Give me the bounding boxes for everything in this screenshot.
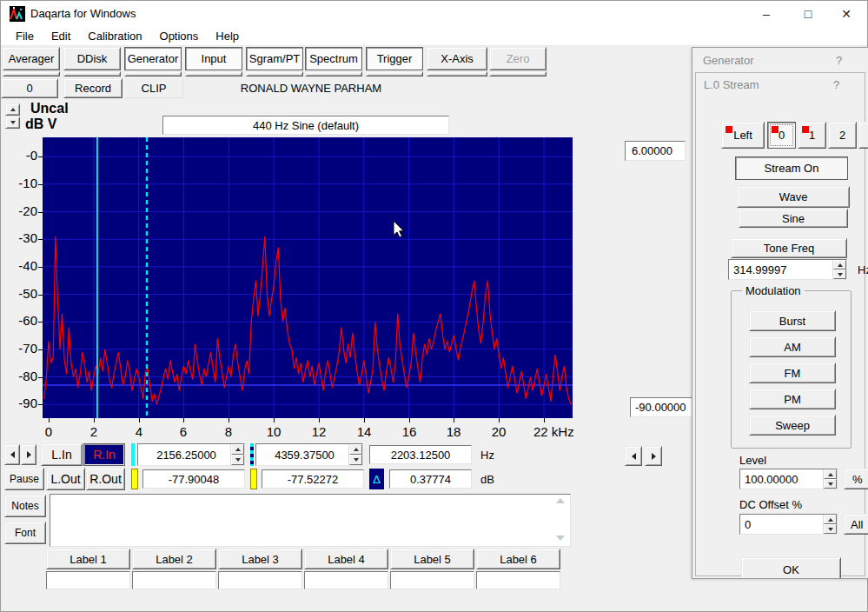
label-2-button[interactable]: Label 2 (132, 549, 216, 569)
toolbar-averager-button[interactable]: Averager (3, 47, 60, 70)
label-2-value[interactable] (132, 571, 216, 589)
spin-down-button[interactable] (833, 269, 846, 279)
toolbar-xaxis-button[interactable]: X-Axis (427, 47, 487, 70)
menu-edit[interactable]: Edit (43, 28, 79, 45)
maximize-button[interactable]: □ (788, 1, 828, 26)
level-value: 100.00000 (740, 469, 823, 489)
range-right-button[interactable] (645, 446, 662, 466)
menu-calibration[interactable]: Calibration (79, 28, 150, 45)
y-tick-label: -50 (3, 286, 37, 301)
range-left-button[interactable] (625, 446, 642, 466)
font-button[interactable]: Font (4, 522, 46, 544)
spectrum-canvas[interactable] (43, 137, 573, 418)
notes-textarea[interactable] (50, 494, 571, 547)
tone-freq-field[interactable]: 314.99997 (728, 259, 847, 280)
y-tick-mark (38, 184, 43, 185)
y-tick-mark (38, 349, 43, 350)
average-count[interactable]: 0 (1, 78, 58, 98)
up-arrow-icon (828, 518, 833, 522)
stream-subpanel: L.0 Stream ? Left 0 1 2 3 Stream On (695, 72, 865, 576)
toolbar-trigger-button[interactable]: Trigger (366, 47, 423, 70)
toolbar-spectrum-button[interactable]: Spectrum (305, 47, 362, 70)
label-1-value[interactable] (46, 571, 130, 589)
am-button[interactable]: AM (749, 336, 836, 357)
y-tick-mark (38, 322, 43, 323)
range-top-field[interactable]: 6.00000 (625, 141, 686, 161)
signal-title-field[interactable]: 440 Hz Sine (default) (162, 116, 449, 135)
dashed-cursor-freq-field[interactable]: 4359.37500 (255, 443, 363, 466)
toolbar-input-button[interactable]: Input (185, 47, 242, 70)
solid-cursor-db-field: -77.90048 (142, 469, 245, 489)
close-button[interactable]: ✕ (826, 1, 866, 26)
toolbar-indicator (246, 71, 303, 76)
x-tick-mark (229, 418, 229, 422)
scale-spin-up-button[interactable] (5, 103, 20, 116)
tone-freq-button[interactable]: Tone Freq (731, 238, 847, 258)
scroll-up-icon[interactable] (556, 498, 565, 503)
wave-button[interactable]: Wave (737, 186, 850, 208)
ok-button[interactable]: OK (741, 557, 841, 579)
stream-help-button[interactable]: ? (833, 78, 839, 91)
level-field[interactable]: 100.00000 (739, 469, 838, 489)
spin-down-button[interactable] (824, 524, 837, 534)
label-6-button[interactable]: Label 6 (476, 549, 560, 569)
dc-all-button[interactable]: All (844, 514, 868, 535)
channel-3-button[interactable]: 3 (858, 122, 868, 149)
range-bottom-field[interactable]: -90.00000 (630, 397, 696, 417)
app-window: Daqarta for Windows – □ ✕ File Edit Cali… (0, 0, 868, 612)
cursor-step-right-button[interactable] (21, 444, 36, 465)
burst-button[interactable]: Burst (749, 310, 836, 331)
wave-type-button[interactable]: Sine (739, 209, 848, 228)
label-5-button[interactable]: Label 5 (390, 549, 474, 569)
spin-down-button[interactable] (231, 455, 244, 465)
pm-button[interactable]: PM (749, 389, 836, 409)
label-4-button[interactable]: Label 4 (304, 549, 388, 569)
generator-help-button[interactable]: ? (836, 54, 842, 67)
menu-file[interactable]: File (7, 28, 43, 45)
channel-2-button[interactable]: 2 (828, 122, 857, 149)
spin-up-button[interactable] (231, 444, 244, 455)
spin-up-button[interactable] (349, 444, 362, 455)
label-5-value[interactable] (390, 571, 474, 589)
left-out-button[interactable]: L.Out (46, 468, 85, 490)
stream-on-button[interactable]: Stream On (735, 156, 848, 180)
spectrum-plot[interactable] (43, 137, 573, 418)
spin-up-button[interactable] (824, 515, 837, 524)
solid-cursor-freq-field[interactable]: 2156.25000 (137, 443, 245, 466)
y-tick-label: -90 (3, 396, 37, 410)
label-3-button[interactable]: Label 3 (218, 549, 302, 569)
label-6-value[interactable] (476, 571, 560, 589)
minimize-button[interactable]: – (746, 1, 786, 26)
tone-freq-value: 314.99997 (729, 260, 832, 279)
notes-button[interactable]: Notes (4, 495, 46, 517)
dc-offset-field[interactable]: 0 (739, 514, 838, 535)
scroll-down-icon[interactable] (556, 536, 565, 541)
spin-down-button[interactable] (349, 455, 362, 465)
label-4-value[interactable] (304, 571, 388, 589)
scale-spin-down-button[interactable] (5, 116, 20, 129)
cursor-step-left-button[interactable] (4, 444, 20, 465)
toolbar-indicator (305, 71, 362, 76)
spin-down-button[interactable] (824, 479, 837, 489)
label-1-button[interactable]: Label 1 (46, 549, 130, 569)
toolbar-ddisk-button[interactable]: DDisk (63, 47, 121, 70)
right-out-button[interactable]: R.Out (86, 468, 125, 490)
fm-button[interactable]: FM (749, 363, 836, 383)
menu-help[interactable]: Help (207, 28, 248, 45)
toolbar-generator-button[interactable]: Generator (124, 47, 182, 70)
pause-button[interactable]: Pause (4, 468, 44, 490)
sweep-button[interactable]: Sweep (749, 415, 836, 436)
spin-up-button[interactable] (824, 469, 837, 479)
channel-0-button[interactable]: 0 (767, 122, 796, 149)
channel-1-button[interactable]: 1 (798, 122, 826, 149)
right-in-button[interactable]: R.In (83, 443, 125, 466)
toolbar-sgram-button[interactable]: Sgram/PT (246, 47, 303, 70)
channel-left-button[interactable]: Left (721, 122, 765, 149)
spin-up-button[interactable] (833, 260, 846, 269)
label-3-value[interactable] (218, 571, 302, 589)
level-unit-button[interactable]: % (844, 469, 868, 489)
dashed-cursor-level-chip (250, 469, 257, 489)
up-arrow-icon (838, 263, 843, 267)
menu-options[interactable]: Options (151, 28, 208, 45)
left-in-button[interactable]: L.In (41, 443, 83, 466)
